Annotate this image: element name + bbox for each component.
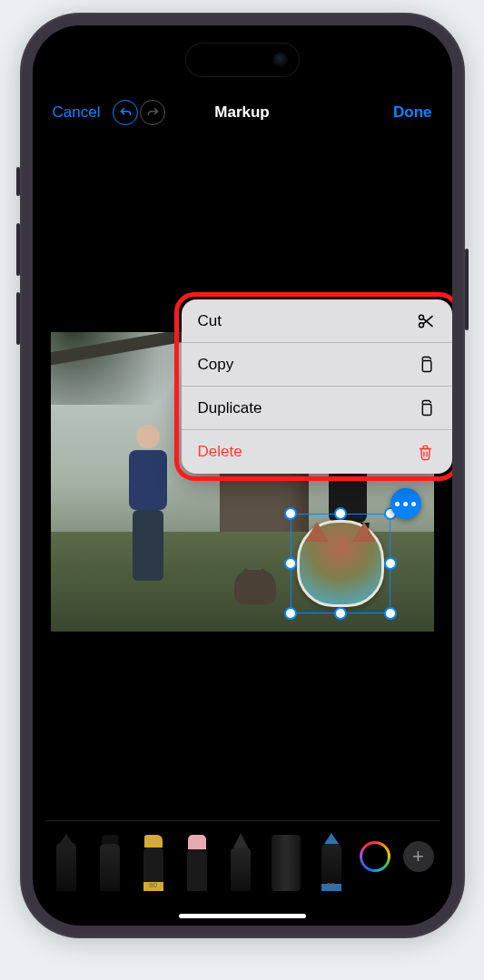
resize-handle-bottom-left[interactable] [284,607,297,620]
pen-tool[interactable] [51,826,82,891]
sticker-object[interactable] [297,520,384,607]
undo-button[interactable] [113,100,138,125]
svg-rect-4 [422,361,431,372]
home-indicator[interactable] [179,914,306,918]
ruler-tool[interactable] [269,826,303,891]
marker-tool[interactable] [94,826,125,891]
menu-label: Cut [198,312,222,330]
resize-handle-bottom-center[interactable] [334,607,347,620]
menu-label: Duplicate [198,399,262,417]
color-picker-button[interactable] [360,841,390,872]
documents-icon [416,355,436,375]
screen-title: Markup [214,103,269,122]
menu-item-copy[interactable]: Copy [182,343,452,387]
markup-nav-bar: Cancel Markup Done [33,93,452,132]
cancel-button[interactable]: Cancel [53,103,101,122]
dynamic-island [186,44,299,76]
cat-figure [234,570,276,604]
menu-item-duplicate[interactable]: Duplicate [182,387,452,430]
svg-rect-5 [422,405,431,416]
markup-tool-tray: 80 50 + [45,820,440,891]
menu-label: Copy [198,356,234,374]
eraser-tool[interactable] [182,826,212,891]
power-button [465,249,469,330]
menu-item-delete[interactable]: Delete [182,430,452,474]
undo-redo-group [113,100,165,125]
trash-icon [416,442,436,462]
volume-down-button [16,292,20,345]
redo-icon [146,106,160,120]
resize-handle-middle-right[interactable] [384,557,397,570]
menu-label: Delete [198,443,242,461]
documents-icon [416,398,436,418]
highlighter-tool[interactable]: 80 [138,826,169,891]
mute-switch [16,167,20,196]
person-figure [120,425,176,579]
add-shape-button[interactable]: + [403,841,434,872]
resize-handle-top-left[interactable] [284,507,297,520]
pencil-tool[interactable]: 50 [316,826,347,891]
selected-sticker-bounding-box[interactable] [291,514,390,613]
screen: Cancel Markup Done [33,25,452,926]
more-options-button[interactable] [390,488,421,519]
undo-icon [119,106,133,120]
done-button[interactable]: Done [393,103,432,122]
lasso-tool[interactable] [225,826,256,891]
plus-icon: + [412,845,424,868]
context-menu: Cut Copy Duplicate Delete [182,299,452,474]
resize-handle-bottom-right[interactable] [384,607,397,620]
tool-size-label: 50 [327,881,335,889]
scissors-icon [416,311,436,331]
tool-size-label: 80 [149,881,157,889]
more-icon [395,502,400,506]
resize-handle-top-center[interactable] [334,507,347,520]
volume-up-button [16,223,20,276]
resize-handle-middle-left[interactable] [284,557,297,570]
redo-button [140,100,165,125]
menu-item-cut[interactable]: Cut [182,299,452,343]
phone-frame: Cancel Markup Done [20,13,465,938]
